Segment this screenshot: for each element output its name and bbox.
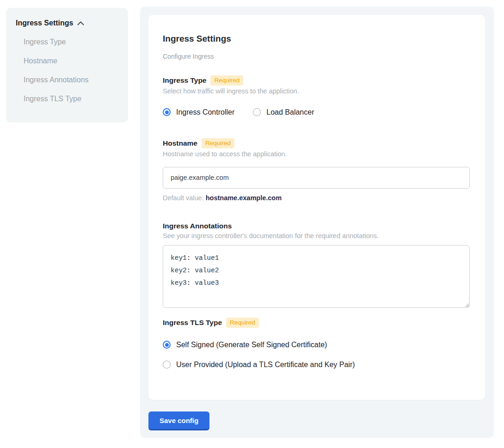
ingress-tls-type-label: Ingress TLS Type Required — [163, 318, 471, 328]
page-subtitle: Configure Ingress — [163, 53, 471, 60]
ingress-tls-type-label-text: Ingress TLS Type — [163, 319, 222, 327]
sidebar-section-ingress-settings[interactable]: Ingress Settings — [16, 19, 121, 27]
hostname-helper-prefix: Default value: — [163, 194, 206, 202]
hostname-label-text: Hostname — [163, 139, 197, 147]
save-config-button[interactable]: Save config — [148, 411, 209, 430]
hostname-label: Hostname Required — [163, 138, 471, 148]
hostname-description: Hostname used to access the application. — [163, 150, 471, 158]
hostname-input[interactable] — [163, 167, 470, 189]
radio-selected-icon[interactable] — [163, 108, 171, 116]
page-title: Ingress Settings — [163, 33, 471, 44]
ingress-type-radio-group: Ingress Controller Load Balancer — [163, 108, 471, 117]
radio-user-provided[interactable]: User Provided (Upload a TLS Certificate … — [163, 361, 471, 369]
required-badge: Required — [210, 75, 243, 86]
section-ingress-annotations: Ingress Annotations See your ingress con… — [163, 222, 471, 308]
radio-self-signed[interactable]: Self Signed (Generate Self Signed Certif… — [163, 341, 471, 349]
section-hostname: Hostname Required Hostname used to acces… — [163, 138, 471, 202]
ingress-annotations-label: Ingress Annotations — [163, 222, 471, 230]
sidebar-item-hostname[interactable]: Hostname — [24, 57, 121, 65]
chevron-up-icon — [77, 19, 84, 27]
radio-label: User Provided (Upload a TLS Certificate … — [176, 361, 355, 369]
required-badge: Required — [226, 318, 259, 328]
sidebar-item-ingress-type[interactable]: Ingress Type — [24, 38, 121, 46]
ingress-tls-radio-group: Self Signed (Generate Self Signed Certif… — [163, 341, 471, 369]
section-ingress-tls-type: Ingress TLS Type Required Self Signed (G… — [163, 318, 471, 369]
required-badge: Required — [202, 138, 234, 148]
hostname-default-value: hostname.example.com — [206, 194, 282, 202]
radio-ingress-controller[interactable]: Ingress Controller — [163, 108, 234, 117]
radio-label: Ingress Controller — [176, 108, 234, 117]
ingress-type-label: Ingress Type Required — [163, 75, 471, 86]
radio-load-balancer[interactable]: Load Balancer — [253, 108, 314, 117]
radio-label: Load Balancer — [266, 108, 314, 117]
sidebar-item-ingress-tls-type[interactable]: Ingress TLS Type — [24, 95, 121, 103]
radio-unselected-icon[interactable] — [163, 361, 171, 368]
ingress-annotations-label-text: Ingress Annotations — [163, 222, 232, 230]
ingress-annotations-textarea[interactable]: key1: value1 key2: value2 key3: value3 — [163, 245, 470, 308]
radio-unselected-icon[interactable] — [253, 108, 261, 116]
hostname-helper: Default value: hostname.example.com — [163, 194, 471, 202]
ingress-settings-card: Ingress Settings Configure Ingress Ingre… — [148, 15, 485, 400]
sidebar-section-label: Ingress Settings — [16, 19, 73, 27]
settings-sidebar: Ingress Settings Ingress Type Hostname I… — [6, 8, 128, 123]
radio-selected-icon[interactable] — [163, 341, 171, 349]
ingress-annotations-description: See your ingress controller's documentat… — [163, 232, 471, 239]
radio-label: Self Signed (Generate Self Signed Certif… — [176, 341, 327, 349]
ingress-type-description: Select how traffic will ingress to the a… — [163, 87, 471, 95]
sidebar-item-ingress-annotations[interactable]: Ingress Annotations — [24, 76, 121, 84]
settings-panel: Ingress Settings Configure Ingress Ingre… — [140, 6, 494, 438]
ingress-type-label-text: Ingress Type — [163, 76, 206, 85]
section-ingress-type: Ingress Type Required Select how traffic… — [163, 75, 471, 117]
